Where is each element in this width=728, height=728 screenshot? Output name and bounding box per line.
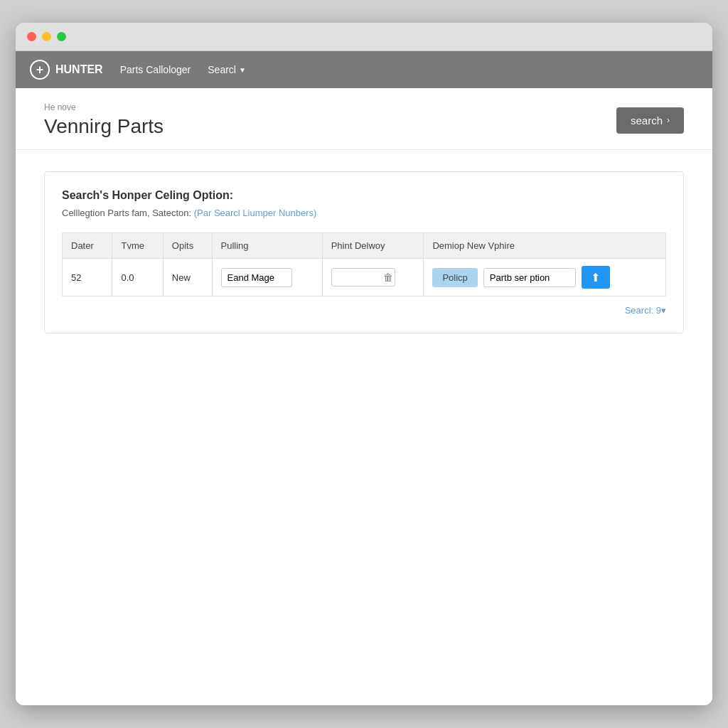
- table-header-row: Dater Tvme Opits Pulling Phint Delwoy De…: [63, 233, 666, 259]
- app-window: + HUNTER Parts Callologer Searcl ▼ He no…: [16, 23, 712, 705]
- phint-input-container: 🗑: [331, 268, 395, 287]
- col-opits: Opits: [163, 233, 212, 259]
- trash-icon[interactable]: 🗑: [383, 272, 393, 283]
- main-content: Search's Honper Celing Option: Celllegti…: [16, 150, 712, 355]
- upload-icon: ⬆: [591, 271, 600, 284]
- phint-input[interactable]: [338, 272, 380, 283]
- nav-bar: + HUNTER Parts Callologer Searcl ▼: [16, 51, 712, 88]
- logo-icon: +: [30, 60, 50, 80]
- maximize-button[interactable]: [57, 32, 66, 41]
- search-chevron-icon: ›: [667, 115, 670, 125]
- card-subtitle-prefix: Celllegtion Parts fam, Satecton:: [62, 208, 191, 218]
- parts-table: Dater Tvme Opits Pulling Phint Delwoy De…: [62, 232, 666, 296]
- card-subtitle-link[interactable]: (Par Searcl Liumper Nunbers): [194, 208, 317, 218]
- search-button-label: search: [631, 114, 663, 127]
- upload-button[interactable]: ⬆: [582, 266, 610, 289]
- pagination-row: Searcl: 9▾: [62, 305, 666, 316]
- pagination-link[interactable]: Searcl: 9▾: [625, 305, 666, 316]
- col-dater: Dater: [63, 233, 112, 259]
- col-demiop: Demiop New Vphire: [424, 233, 666, 259]
- header-left: He nove Vennirg Parts: [44, 102, 164, 138]
- cell-pulling: [212, 259, 322, 296]
- page-header: He nove Vennirg Parts search ›: [16, 88, 712, 150]
- title-bar: [16, 23, 712, 51]
- nav-search-link[interactable]: Searcl ▼: [208, 64, 246, 75]
- content-area: He nove Vennirg Parts search › Search's …: [16, 88, 712, 705]
- page-title: Vennirg Parts: [44, 115, 164, 138]
- nav-logo[interactable]: + HUNTER: [30, 60, 103, 80]
- col-phint: Phint Delwoy: [322, 233, 424, 259]
- logo-text: HUNTER: [55, 63, 103, 76]
- card-subtitle: Celllegtion Parts fam, Satecton: (Par Se…: [62, 208, 666, 218]
- search-button[interactable]: search ›: [616, 107, 684, 134]
- col-pulling: Pulling: [212, 233, 322, 259]
- demiop-cell-content: Policp ⬆: [432, 266, 657, 289]
- nav-search-label: Searcl: [208, 64, 236, 75]
- nav-parts-link[interactable]: Parts Callologer: [120, 64, 191, 75]
- cell-opits: New: [163, 259, 212, 296]
- card-title: Search's Honper Celing Option:: [62, 189, 666, 202]
- cell-phint: 🗑: [322, 259, 424, 296]
- cell-demiop: Policp ⬆: [424, 259, 666, 296]
- description-input[interactable]: [483, 268, 576, 287]
- pulling-input[interactable]: [221, 268, 292, 287]
- policp-button[interactable]: Policp: [432, 268, 477, 287]
- col-tvme: Tvme: [112, 233, 163, 259]
- nav-arrow-icon: ▼: [239, 66, 246, 74]
- table-row: 52 0.0 New 🗑: [63, 259, 666, 296]
- cell-tvme: 0.0: [112, 259, 163, 296]
- minimize-button[interactable]: [42, 32, 51, 41]
- cell-dater: 52: [63, 259, 112, 296]
- breadcrumb: He nove: [44, 102, 164, 112]
- search-card: Search's Honper Celing Option: Celllegti…: [44, 171, 684, 333]
- close-button[interactable]: [27, 32, 36, 41]
